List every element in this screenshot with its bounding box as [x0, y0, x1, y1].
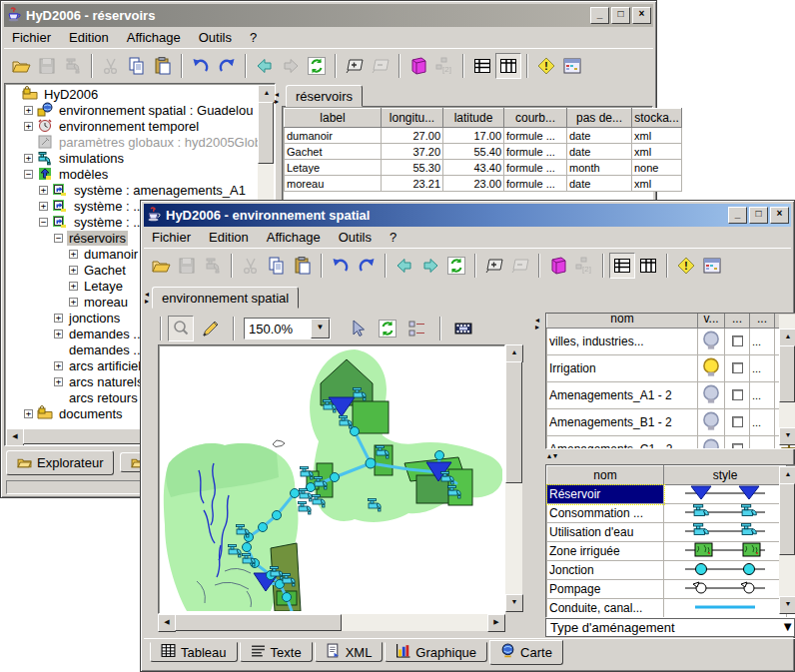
- view-rows-button[interactable]: [609, 253, 635, 279]
- layer-row[interactable]: Amenagements_C1 - 2...: [547, 436, 795, 450]
- flag-remove-button[interactable]: [368, 53, 394, 79]
- tree-expander-icon[interactable]: +: [54, 377, 63, 386]
- column-header[interactable]: ...: [750, 313, 775, 329]
- tree-help-button[interactable]: [2]: [571, 253, 597, 279]
- refresh-button[interactable]: [304, 53, 330, 79]
- menu-fichier[interactable]: Fichier: [8, 28, 59, 47]
- map-vscrollbar[interactable]: ▲ ▼: [505, 344, 522, 612]
- maximize-button[interactable]: □: [749, 207, 768, 224]
- menu-edition[interactable]: Edition: [65, 28, 117, 47]
- nav-forward-button[interactable]: [417, 253, 443, 279]
- column-header[interactable]: longitu...: [382, 109, 443, 128]
- tree-expander-icon[interactable]: +: [39, 202, 48, 211]
- open-folder-button[interactable]: [8, 53, 34, 79]
- copy-button[interactable]: [264, 253, 290, 279]
- scroll-thumb[interactable]: [258, 102, 274, 164]
- film-button[interactable]: [450, 316, 476, 341]
- tree-item-mod-les[interactable]: −modèles: [7, 166, 275, 182]
- legend-row[interactable]: Réservoir: [547, 485, 787, 504]
- layer-more-cell[interactable]: ...: [750, 409, 775, 436]
- layer-checkbox-cell[interactable]: [725, 409, 750, 436]
- tree-item-hyd2006[interactable]: HyD2006: [7, 86, 275, 102]
- scroll-up-icon[interactable]: ▲: [779, 466, 795, 484]
- tree-item-param-tres-globaux-hyd2005glob[interactable]: paramètres globaux : hyd2005Glob: [7, 134, 275, 150]
- copy-button[interactable]: [124, 53, 150, 79]
- layer-row[interactable]: Amenagements_B1 - 2...: [547, 409, 795, 436]
- tab-reservoirs[interactable]: réservoirs: [286, 85, 363, 107]
- titlebar-front[interactable]: HyD2006 - environnement spatial _ □ ×: [144, 204, 791, 227]
- view-columns-button[interactable]: [635, 253, 661, 279]
- tab-carte[interactable]: Carte: [489, 640, 563, 665]
- scroll-thumb[interactable]: [779, 483, 795, 555]
- undo-button[interactable]: [188, 53, 214, 79]
- paste-button[interactable]: [290, 253, 316, 279]
- menu-outils[interactable]: Outils: [335, 228, 380, 247]
- column-header[interactable]: v...: [698, 313, 725, 329]
- menu-fichier[interactable]: Fichier: [148, 228, 199, 247]
- layer-checkbox-cell[interactable]: [725, 382, 750, 409]
- tab-graphique[interactable]: Graphique: [385, 642, 487, 662]
- menu-outils[interactable]: Outils: [195, 28, 240, 47]
- map-refresh-button[interactable]: [375, 316, 400, 341]
- scroll-up-icon[interactable]: ▲: [258, 85, 276, 103]
- layer-checkbox-cell[interactable]: [725, 436, 750, 450]
- menu-?[interactable]: ?: [386, 228, 404, 247]
- layer-more-cell[interactable]: ...: [750, 329, 775, 355]
- minimize-button[interactable]: _: [590, 7, 609, 24]
- table-row[interactable]: dumanoir27.0017.00formule ...datexml: [285, 128, 682, 144]
- column-header[interactable]: pas de...: [567, 109, 632, 128]
- open-folder-button[interactable]: [148, 253, 174, 279]
- checkbox[interactable]: [732, 443, 743, 450]
- scroll-left-icon[interactable]: ◀: [6, 428, 24, 446]
- legend-row[interactable]: Conduite, canal...: [547, 599, 787, 618]
- undo-button[interactable]: [328, 253, 354, 279]
- splitter-collapse-left-icon[interactable]: ◂▸: [145, 291, 149, 305]
- layer-checkbox-cell[interactable]: [725, 355, 750, 382]
- tree-expander-icon[interactable]: −: [24, 170, 33, 179]
- legend-row[interactable]: Consommation ...: [547, 504, 787, 523]
- tree-expander-icon[interactable]: +: [24, 106, 33, 115]
- zoom-region-button[interactable]: [168, 316, 194, 341]
- tab-texte[interactable]: Texte: [240, 642, 313, 662]
- layer-more-cell[interactable]: ...: [750, 436, 775, 450]
- tree-expander-icon[interactable]: +: [69, 250, 78, 259]
- scroll-up-icon[interactable]: ▲: [505, 344, 523, 362]
- connect-tap-button[interactable]: [200, 253, 226, 279]
- layer-more-cell[interactable]: ...: [750, 355, 775, 382]
- titlebar-back[interactable]: HyD2006 - réservoirs _ □ ×: [4, 4, 653, 27]
- map-properties-button[interactable]: [404, 316, 430, 341]
- scroll-thumb[interactable]: [505, 361, 522, 483]
- layer-visibility-cell[interactable]: [698, 436, 725, 450]
- layer-checkbox-cell[interactable]: [725, 329, 750, 355]
- maximize-button[interactable]: □: [611, 7, 630, 24]
- tree-expander-icon[interactable]: +: [54, 314, 63, 323]
- legend-table[interactable]: nomstyleRéservoirConsommation ...Utilisa…: [546, 465, 787, 618]
- view-rows-button[interactable]: [469, 53, 495, 79]
- scroll-down-icon[interactable]: ▼: [779, 427, 795, 445]
- menu-?[interactable]: ?: [246, 28, 265, 47]
- tree-item-environnement-temporel[interactable]: +environnement temporel: [7, 118, 275, 134]
- tree-expander-icon[interactable]: +: [69, 266, 78, 275]
- scroll-down-icon[interactable]: ▼: [505, 594, 523, 612]
- tree-item-environnement-spatial-guadelou[interactable]: +environnement spatial : Guadelou: [7, 102, 275, 118]
- connect-tap-button[interactable]: [60, 53, 86, 79]
- calendar-button[interactable]: [559, 53, 585, 79]
- close-button[interactable]: ×: [632, 7, 651, 24]
- column-header[interactable]: stocka...: [632, 109, 682, 128]
- nav-back-button[interactable]: [392, 253, 417, 279]
- nav-forward-button[interactable]: [278, 53, 304, 79]
- layers-vscrollbar[interactable]: ▲ ▼: [779, 315, 795, 445]
- tree-expander-icon[interactable]: +: [69, 298, 78, 307]
- scroll-right-icon[interactable]: ▶: [487, 614, 505, 632]
- layer-row[interactable]: villes, industries......: [547, 329, 795, 355]
- legend-vscrollbar[interactable]: ▲ ▼: [779, 466, 795, 614]
- tree-expander-icon[interactable]: +: [24, 122, 33, 131]
- chevron-down-icon[interactable]: ▼: [311, 319, 330, 338]
- scroll-thumb[interactable]: [779, 345, 795, 402]
- legend-row[interactable]: Pompage: [547, 580, 787, 599]
- book-button[interactable]: [545, 253, 571, 279]
- close-button[interactable]: ×: [770, 207, 789, 224]
- calendar-button[interactable]: [699, 253, 725, 279]
- layer-visibility-cell[interactable]: [698, 355, 725, 382]
- tree-expander-icon[interactable]: −: [54, 234, 63, 243]
